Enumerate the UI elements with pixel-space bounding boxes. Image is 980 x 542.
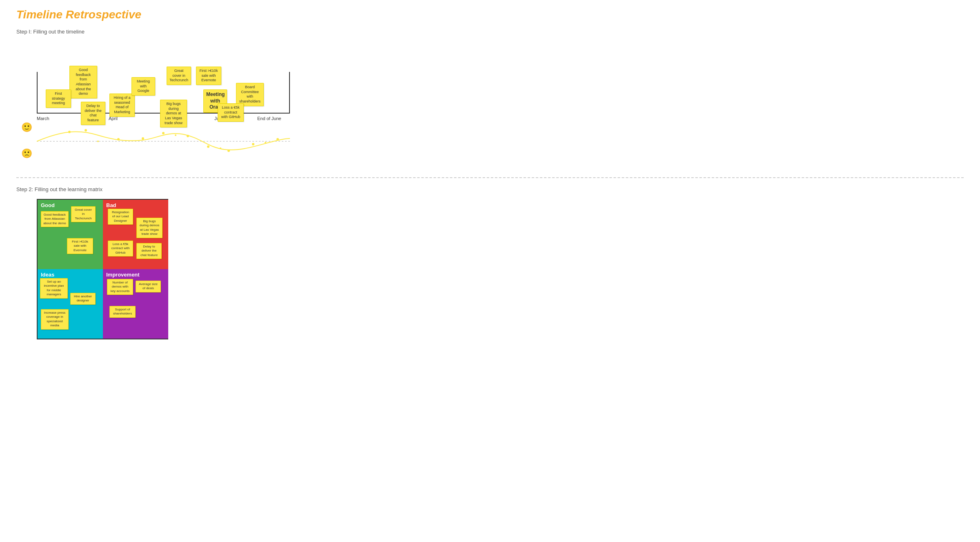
- emoji-sad: 🙁: [21, 148, 32, 159]
- event-board[interactable]: Board Committee with shareholders: [236, 83, 264, 106]
- svg-point-10: [276, 138, 279, 141]
- learning-matrix: Good Good feedback from Atlassian about …: [37, 199, 168, 339]
- step2-label: Step 2: Filling out the learning matrix: [16, 186, 964, 192]
- sticky-bugs-matrix[interactable]: Big bugs during demos at Las Vegas trade…: [136, 218, 163, 238]
- step1-label: Step I: Filling out the timeline: [16, 29, 964, 35]
- svg-point-9: [252, 143, 254, 145]
- wave-svg: [37, 119, 290, 164]
- matrix-wrapper: Good Good feedback from Atlassian about …: [37, 199, 964, 339]
- event-evernote[interactable]: First >€10k sale with Evernote: [196, 67, 221, 85]
- svg-point-6: [187, 135, 189, 137]
- svg-point-11: [97, 141, 99, 142]
- svg-point-4: [142, 137, 144, 140]
- matrix-cell-bad: Bad Resignation of our Lead Designer Big…: [103, 200, 168, 269]
- sticky-hire-designer[interactable]: Hire another designer: [70, 293, 96, 305]
- emoji-happy: 🙂: [21, 122, 32, 133]
- cell-ideas-header: Ideas: [41, 272, 100, 278]
- svg-point-5: [162, 132, 165, 134]
- event-strategy[interactable]: First strategy meeting: [46, 89, 71, 108]
- sticky-press[interactable]: Increase press coverage in specialized m…: [41, 309, 69, 330]
- timeline-axis: March April May June End of June Good fe…: [37, 41, 290, 115]
- svg-point-2: [85, 129, 87, 132]
- sticky-techcrunch[interactable]: Great cover in Techcrunch: [71, 206, 96, 222]
- svg-point-1: [68, 131, 71, 133]
- sticky-shareholders[interactable]: Support of shareholders: [109, 306, 136, 318]
- section-divider: [16, 177, 964, 178]
- timeline-vert-end: [289, 72, 290, 113]
- sticky-atlassian[interactable]: Good feedback from Atlassian about the d…: [41, 211, 69, 227]
- svg-point-3: [117, 138, 120, 141]
- svg-point-8: [227, 149, 230, 152]
- sticky-deals[interactable]: Average size of deals: [136, 281, 161, 292]
- event-hiring[interactable]: Hiring of a seasoned Head of Marketing: [109, 94, 135, 117]
- page-title: Timeline Retrospective: [16, 8, 964, 21]
- sticky-delay-matrix[interactable]: Delay to deliver the chat feature: [136, 243, 162, 259]
- wave-area: 🙂 🙁: [37, 119, 964, 165]
- sticky-demos[interactable]: Number of demos with key accounts: [107, 279, 133, 295]
- cell-improvement-header: Improvement: [106, 272, 165, 278]
- svg-point-7: [207, 145, 209, 148]
- matrix-cell-ideas: Ideas Set up an incentive plan for middl…: [38, 269, 103, 339]
- cell-bad-header: Bad: [106, 202, 165, 208]
- timeline-section: March April May June End of June Good fe…: [37, 41, 290, 115]
- svg-point-13: [175, 134, 176, 136]
- sticky-github-matrix[interactable]: Loss a €5k contract with GitHub: [108, 241, 133, 257]
- timeline-vert-start: [37, 72, 38, 113]
- svg-point-14: [265, 142, 266, 143]
- event-google[interactable]: Meeting with Google: [131, 77, 155, 96]
- sticky-designer[interactable]: Resignation of our Lead Designer: [108, 209, 133, 225]
- event-atlassian[interactable]: Good feedback from Atlassian about the d…: [69, 66, 97, 98]
- matrix-cell-good: Good Good feedback from Atlassian about …: [38, 200, 103, 269]
- sticky-evernote-matrix[interactable]: First >€10k sale with Evernote: [67, 238, 93, 254]
- event-techcrunch[interactable]: Great cover in Techcrunch: [167, 67, 191, 85]
- svg-point-12: [220, 147, 221, 149]
- sticky-incentive[interactable]: Set up an incentive plan for middle mana…: [40, 278, 68, 299]
- matrix-cell-improvement: Improvement Number of demos with key acc…: [103, 269, 168, 339]
